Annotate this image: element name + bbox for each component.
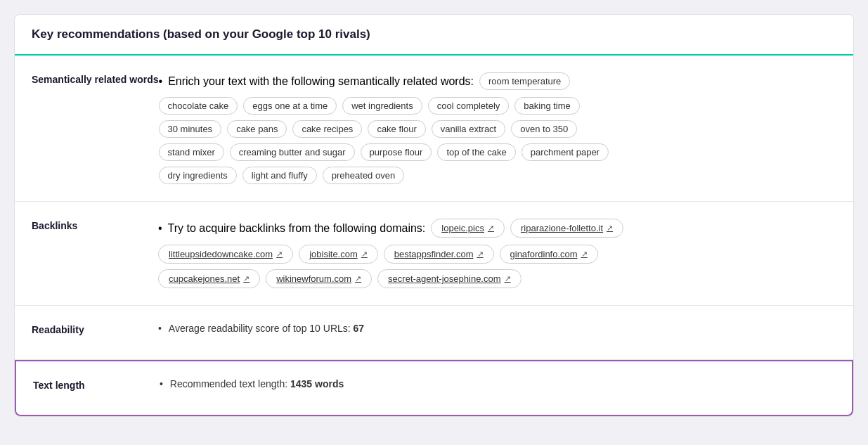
- tag-wet-ingredients: wet ingredients: [342, 97, 422, 115]
- tag-purpose-flour: purpose flour: [361, 143, 432, 161]
- readability-row: • Average readability score of top 10 UR…: [158, 323, 836, 334]
- domain-wikinewforum[interactable]: wikinewforum.com ↗: [266, 269, 372, 288]
- text-length-label: Text length: [33, 378, 160, 398]
- backlinks-intro-row: • Try to acquire backlinks from the foll…: [158, 219, 836, 238]
- tag-cake-flour: cake flour: [368, 120, 425, 138]
- text-length-value: 1435 words: [290, 378, 344, 389]
- text-length-text: Recommended text length: 1435 words: [170, 378, 344, 389]
- readability-content: • Average readability score of top 10 UR…: [158, 323, 836, 342]
- readability-section: Readability • Average readability score …: [15, 306, 853, 360]
- semantically-related-intro-row: • Enrich your text with the following se…: [159, 72, 836, 90]
- tag-creaming-butter-sugar: creaming butter and sugar: [230, 143, 355, 161]
- domain-jobisite[interactable]: jobisite.com ↗: [299, 245, 378, 264]
- readability-text: Average readability score of top 10 URLs…: [169, 323, 364, 334]
- semantically-related-section: Semantically related words • Enrich your…: [15, 56, 853, 202]
- domain-secret-agent-josephine[interactable]: secret-agent-josephine.com ↗: [377, 269, 521, 288]
- readability-score-value: 67: [354, 323, 365, 334]
- tag-dry-ingredients: dry ingredients: [159, 167, 237, 184]
- domain-littleupsidedowncake[interactable]: littleupsidedowncake.com ↗: [158, 245, 293, 264]
- domain-bestappsfinder[interactable]: bestappsfinder.com ↗: [384, 245, 494, 264]
- external-link-icon: ↗: [477, 250, 484, 259]
- text-length-section: Text length • Recommended text length: 1…: [15, 360, 853, 416]
- readability-label: Readability: [32, 323, 158, 342]
- external-link-icon: ↗: [581, 250, 588, 259]
- tag-oven-to-350: oven to 350: [511, 120, 577, 138]
- external-link-icon: ↗: [488, 224, 494, 233]
- external-link-icon: ↗: [607, 224, 613, 233]
- card-header-title: Key recommendations (based on your Googl…: [32, 27, 370, 41]
- tag-vanilla-extract: vanilla extract: [432, 120, 505, 138]
- tag-parchment-paper: parchment paper: [522, 143, 609, 161]
- external-link-icon: ↗: [276, 250, 283, 259]
- external-link-icon: ↗: [243, 274, 250, 283]
- external-link-icon: ↗: [505, 274, 511, 283]
- tags-row-3: 30 minutes cake pans cake recipes cake f…: [159, 120, 836, 138]
- bullet-icon-text-length: •: [160, 378, 166, 389]
- semantically-related-intro-text: Enrich your text with the following sema…: [168, 75, 474, 88]
- bullet-icon: •: [159, 75, 163, 88]
- semantically-related-content: • Enrich your text with the following se…: [159, 72, 836, 184]
- external-link-icon: ↗: [361, 250, 368, 259]
- tag-light-and-fluffy: light and fluffy: [242, 167, 317, 184]
- bullet-icon-backlinks: •: [158, 222, 162, 235]
- backlinks-intro-text: Try to acquire backlinks from the follow…: [168, 222, 426, 235]
- backlinks-row-2: littleupsidedowncake.com ↗ jobisite.com …: [158, 245, 836, 264]
- tag-top-of-cake: top of the cake: [437, 143, 515, 161]
- bullet-icon-readability: •: [158, 323, 164, 334]
- tag-cool-completely: cool completely: [428, 97, 510, 115]
- domain-lopeic-pics[interactable]: lopeic.pics ↗: [431, 219, 505, 238]
- tags-row-5: dry ingredients light and fluffy preheat…: [159, 167, 836, 184]
- tag-preheated-oven: preheated oven: [323, 167, 404, 184]
- text-length-row: • Recommended text length: 1435 words: [160, 378, 835, 389]
- tags-row-4: stand mixer creaming butter and sugar pu…: [159, 143, 836, 161]
- backlinks-row-3: cupcakejones.net ↗ wikinewforum.com ↗ se…: [158, 269, 836, 288]
- domain-cupcakejones[interactable]: cupcakejones.net ↗: [158, 269, 260, 288]
- tags-row-2: chocolate cake eggs one at a time wet in…: [159, 97, 836, 115]
- tag-30-minutes: 30 minutes: [159, 120, 222, 138]
- main-card: Key recommendations (based on your Googl…: [14, 14, 854, 417]
- tag-baking-time: baking time: [514, 97, 579, 115]
- text-length-content: • Recommended text length: 1435 words: [160, 378, 835, 398]
- tag-stand-mixer: stand mixer: [159, 143, 224, 161]
- tag-eggs-one-at-a-time: eggs one at a time: [243, 97, 337, 115]
- tag-cake-pans: cake pans: [227, 120, 287, 138]
- domain-ginafordinfo[interactable]: ginafordinfo.com ↗: [500, 245, 598, 264]
- card-header: Key recommendations (based on your Googl…: [15, 15, 853, 56]
- tag-cake-recipes: cake recipes: [292, 120, 362, 138]
- backlinks-label: Backlinks: [32, 219, 158, 288]
- tag-chocolate-cake: chocolate cake: [159, 97, 238, 115]
- backlinks-section: Backlinks • Try to acquire backlinks fro…: [15, 202, 853, 306]
- domain-riparazione-folletto[interactable]: riparazione-folletto.it ↗: [510, 219, 623, 238]
- tag-room-temperature: room temperature: [479, 72, 570, 90]
- semantically-related-label: Semantically related words: [32, 72, 159, 184]
- backlinks-content: • Try to acquire backlinks from the foll…: [158, 219, 836, 288]
- external-link-icon: ↗: [355, 274, 361, 283]
